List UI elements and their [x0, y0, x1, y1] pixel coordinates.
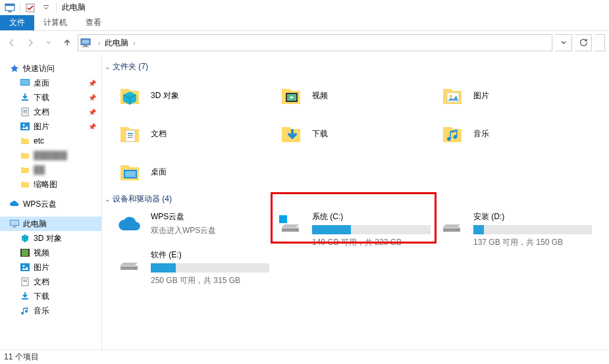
folder-label: 下载: [312, 128, 328, 140]
folder-music[interactable]: 音乐: [427, 115, 589, 153]
chevron-right-icon[interactable]: ›: [130, 39, 138, 47]
sidebar-label: etc: [34, 136, 44, 145]
drive-name: 软件 (E:): [151, 249, 269, 261]
section-title: 设备和驱动器 (4): [113, 194, 172, 205]
svg-point-17: [23, 124, 25, 126]
svg-rect-7: [84, 45, 88, 47]
recent-dropdown[interactable]: [41, 35, 57, 51]
sidebar-documents2[interactable]: 文档: [0, 274, 101, 289]
drive-c[interactable]: 系统 (C:) 149 GB 可用，共 223 GB: [266, 209, 427, 247]
up-button[interactable]: [59, 35, 75, 51]
svg-point-55: [134, 267, 136, 269]
sidebar-documents[interactable]: 文档📌: [0, 105, 101, 119]
sidebar-redacted[interactable]: ██████: [0, 148, 101, 163]
breadcrumb-this-pc[interactable]: 此电脑: [103, 38, 130, 49]
address-bar[interactable]: › 此电脑 ›: [78, 34, 552, 51]
drive-fill: [312, 225, 351, 234]
back-button[interactable]: [4, 35, 20, 51]
drive-name: 安装 (D:): [473, 211, 592, 222]
sidebar-label: 下载: [34, 92, 49, 103]
folder-3d-objects[interactable]: 3D 对象: [105, 76, 266, 115]
sidebar-label: 文档: [34, 276, 49, 288]
sidebar-wps[interactable]: WPS云盘: [0, 197, 101, 211]
folder-pictures[interactable]: 图片: [427, 76, 589, 115]
sidebar-etc[interactable]: etc: [0, 134, 101, 148]
svg-rect-4: [43, 5, 49, 6]
svg-rect-14: [23, 111, 27, 112]
tab-computer[interactable]: 计算机: [34, 15, 76, 30]
drive-name: 系统 (C:): [312, 211, 431, 222]
drive-capacity-bar: [151, 263, 269, 273]
sidebar-label: 缩略图: [34, 179, 57, 190]
drive-wps[interactable]: WPS云盘 双击进入WPS云盘: [105, 209, 266, 247]
content-area: ⌄ 文件夹 (7) 3D 对象 视频 图片 文档 下载: [102, 55, 609, 350]
svg-point-49: [296, 229, 297, 230]
qat-properties-icon[interactable]: [23, 1, 38, 15]
desktop-icon: [117, 159, 143, 185]
pictures-icon: [20, 262, 30, 273]
pc-icon: [9, 219, 20, 229]
pin-icon: 📌: [88, 80, 96, 87]
section-drives-header[interactable]: ⌄ 设备和驱动器 (4): [105, 194, 602, 205]
hdd-icon: [439, 211, 465, 238]
svg-rect-20: [13, 226, 16, 228]
cloud-icon: [9, 199, 20, 209]
sidebar-quick-access[interactable]: 快速访问: [0, 61, 101, 76]
folder-icon: [20, 179, 30, 190]
sidebar-pictures2[interactable]: 图片: [0, 260, 101, 274]
sidebar-label: WPS云盘: [23, 199, 57, 210]
music-icon: [439, 120, 465, 147]
drive-fill: [473, 225, 484, 234]
svg-rect-10: [21, 80, 29, 85]
video-icon: [20, 247, 30, 258]
drive-sub: 149 GB 可用，共 223 GB: [312, 237, 431, 248]
forward-button[interactable]: [22, 35, 38, 51]
folder-documents[interactable]: 文档: [105, 115, 266, 153]
qat-app-icon[interactable]: [3, 1, 17, 15]
sidebar-3d-objects[interactable]: 3D 对象: [0, 231, 101, 246]
drive-capacity-bar: [312, 225, 431, 234]
svg-rect-19: [11, 221, 18, 225]
tab-file[interactable]: 文件: [0, 15, 34, 30]
sidebar-label: 图片: [34, 262, 49, 273]
sidebar-redacted[interactable]: ██: [0, 163, 101, 177]
section-folders-header[interactable]: ⌄ 文件夹 (7): [105, 61, 602, 72]
address-dropdown-button[interactable]: [555, 34, 572, 51]
svg-rect-40: [125, 171, 136, 177]
folder-desktop[interactable]: 桌面: [105, 153, 266, 191]
drive-d[interactable]: 安装 (D:) 137 GB 可用，共 150 GB: [427, 209, 589, 247]
folder-label: 音乐: [473, 128, 489, 140]
status-bar: 11 个项目: [0, 350, 609, 364]
folder-label: 视频: [312, 90, 328, 101]
svg-rect-25: [20, 263, 30, 271]
sidebar-videos[interactable]: 视频: [0, 246, 101, 260]
sidebar-desktop[interactable]: 桌面📌: [0, 76, 101, 90]
hdd-icon: [117, 249, 143, 276]
folder-videos[interactable]: 视频: [266, 76, 427, 115]
tab-view[interactable]: 查看: [76, 15, 111, 30]
drive-sub: 双击进入WPS云盘: [151, 225, 259, 236]
sidebar-label: 下载: [34, 291, 49, 302]
sidebar-label: 视频: [34, 247, 49, 259]
drive-sub: 137 GB 可用，共 150 GB: [473, 237, 592, 248]
drive-e[interactable]: 软件 (E:) 250 GB 可用，共 315 GB: [105, 247, 266, 285]
sidebar-music[interactable]: 音乐: [0, 303, 101, 318]
sidebar-downloads2[interactable]: 下载: [0, 289, 101, 303]
svg-rect-29: [23, 281, 27, 282]
sidebar-thumbnails[interactable]: 缩略图: [0, 177, 101, 192]
sidebar-this-pc[interactable]: 此电脑: [0, 217, 101, 231]
svg-rect-24: [28, 249, 30, 257]
sidebar-pictures[interactable]: 图片📌: [0, 119, 101, 134]
chevron-right-icon[interactable]: ›: [95, 39, 103, 47]
folder-downloads[interactable]: 下载: [266, 115, 427, 153]
search-box[interactable]: [595, 34, 605, 51]
drive-name: WPS云盘: [151, 211, 259, 222]
sidebar-label: 桌面: [34, 78, 49, 89]
sidebar-downloads[interactable]: 下载📌: [0, 90, 101, 105]
qat-dropdown-icon[interactable]: [39, 1, 53, 15]
refresh-button[interactable]: [575, 34, 592, 51]
sidebar-label: 文档: [34, 107, 49, 118]
folder-label: 3D 对象: [151, 90, 179, 101]
chevron-down-icon: ⌄: [105, 195, 110, 203]
sidebar-label: ██████: [34, 151, 67, 160]
